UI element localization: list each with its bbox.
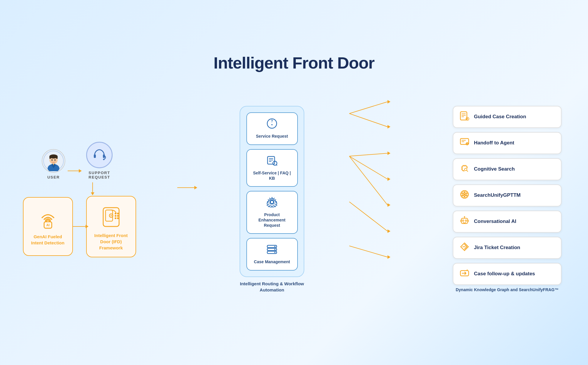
svg-point-24 bbox=[111, 215, 112, 216]
svg-rect-10 bbox=[94, 154, 96, 158]
user-avatar bbox=[42, 149, 65, 173]
routing-card-product-enhancement[interactable]: Product Enhancement Request bbox=[246, 191, 298, 234]
case-management-label: Case Management bbox=[254, 259, 290, 264]
routing-label: Intelligent Routing & Workflow Automatio… bbox=[240, 281, 304, 293]
svg-point-95 bbox=[464, 216, 465, 217]
user-label: USER bbox=[47, 175, 60, 179]
svg-marker-54 bbox=[387, 229, 390, 233]
ifd-label: Intelligent Front Door (IFD) Framework bbox=[93, 232, 130, 251]
svg-marker-52 bbox=[387, 203, 390, 207]
svg-point-42 bbox=[274, 252, 275, 253]
right-card-cognitive-search[interactable]: Cognitive Search bbox=[453, 158, 562, 180]
case-followup-label: Case follow-up & updates bbox=[474, 271, 535, 277]
searchunify-gpt-label: SearchUnifyGPTTM bbox=[474, 192, 521, 199]
handoff-agent-icon bbox=[459, 137, 470, 149]
svg-point-7 bbox=[51, 159, 53, 161]
svg-rect-6 bbox=[56, 156, 58, 159]
searchunify-gpt-icon bbox=[459, 190, 470, 201]
svg-point-12 bbox=[103, 159, 105, 160]
case-followup-icon bbox=[459, 268, 470, 280]
connector-area bbox=[349, 87, 408, 312]
genai-label: GenAI Fueled Intent Detection bbox=[29, 234, 66, 246]
svg-marker-48 bbox=[387, 151, 390, 155]
right-card-case-followup[interactable]: Case follow-up & updates bbox=[453, 263, 562, 285]
right-card-searchunify-gpt[interactable]: SearchUnifyGPTTM bbox=[453, 184, 562, 206]
conversational-ai-icon bbox=[459, 216, 470, 227]
right-footer-label: Dynamic Knowledge Graph and SearchUnifyF… bbox=[456, 287, 559, 293]
svg-line-55 bbox=[349, 246, 387, 257]
svg-point-27 bbox=[271, 124, 273, 125]
guided-case-label: Guided Case Creation bbox=[474, 114, 526, 120]
self-service-label: Self-Service | FAQ | KB bbox=[251, 170, 293, 181]
svg-marker-50 bbox=[387, 177, 390, 181]
routing-card-service-request[interactable]: ? Service Request bbox=[246, 112, 298, 145]
svg-point-35 bbox=[270, 201, 273, 204]
svg-text:?: ? bbox=[271, 119, 273, 123]
cognitive-search-icon bbox=[459, 164, 470, 175]
product-enhancement-icon bbox=[267, 197, 277, 210]
right-card-conversational-ai[interactable]: Conversational AI bbox=[453, 211, 562, 233]
svg-point-22 bbox=[117, 217, 119, 219]
svg-line-45 bbox=[349, 114, 387, 127]
support-label: SUPPORT REQUEST bbox=[82, 171, 117, 179]
routing-wrapper: ? Service Request bbox=[240, 106, 304, 293]
genai-box: AI GenAI Fueled Intent Detection bbox=[23, 197, 73, 256]
svg-text:AI: AI bbox=[46, 223, 49, 227]
svg-rect-98 bbox=[460, 220, 461, 222]
page-title: Intelligent Front Door bbox=[26, 53, 562, 72]
svg-marker-46 bbox=[387, 125, 390, 129]
svg-point-97 bbox=[465, 220, 467, 221]
svg-line-53 bbox=[349, 202, 387, 231]
right-card-jira-ticket[interactable]: Jira Ticket Creation bbox=[453, 237, 562, 259]
ifd-to-routing-arrow bbox=[177, 187, 195, 188]
jira-ticket-icon bbox=[459, 242, 470, 254]
right-card-guided-case[interactable]: Guided Case Creation bbox=[453, 106, 562, 128]
cognitive-search-label: Cognitive Search bbox=[474, 166, 515, 172]
diagram: USER bbox=[26, 87, 562, 312]
routing-card-self-service[interactable]: Self-Service | FAQ | KB bbox=[246, 149, 298, 187]
svg-point-21 bbox=[115, 217, 116, 219]
support-block: SUPPORT REQUEST bbox=[82, 142, 117, 179]
down-arrow-1 bbox=[92, 182, 93, 193]
connector-svg bbox=[349, 87, 408, 311]
guided-case-icon bbox=[459, 111, 470, 123]
svg-line-33 bbox=[276, 165, 277, 166]
svg-point-92 bbox=[464, 194, 465, 195]
svg-point-19 bbox=[115, 215, 116, 217]
svg-point-20 bbox=[117, 215, 119, 217]
support-circle bbox=[86, 142, 113, 168]
service-request-icon: ? bbox=[267, 118, 277, 131]
svg-point-96 bbox=[462, 220, 464, 221]
svg-line-43 bbox=[349, 102, 387, 114]
service-request-label: Service Request bbox=[256, 134, 288, 139]
left-section: USER bbox=[26, 142, 132, 257]
main-container: Intelligent Front Door bbox=[15, 44, 573, 321]
jira-ticket-label: Jira Ticket Creation bbox=[474, 244, 520, 251]
ifd-box: Intelligent Front Door (IFD) Framework bbox=[86, 196, 136, 257]
svg-point-8 bbox=[54, 159, 56, 161]
svg-rect-5 bbox=[49, 156, 51, 159]
routing-card-case-management[interactable]: Case Management bbox=[246, 238, 298, 270]
right-cards-wrapper: Guided Case Creation Handoff to Agent bbox=[453, 106, 562, 285]
product-enhancement-label: Product Enhancement Request bbox=[251, 212, 293, 228]
user-block: USER bbox=[42, 149, 65, 179]
svg-point-41 bbox=[274, 249, 275, 250]
routing-container: ? Service Request bbox=[240, 106, 304, 277]
handoff-agent-label: Handoff to Agent bbox=[474, 140, 514, 146]
svg-line-47 bbox=[349, 153, 387, 156]
svg-rect-99 bbox=[468, 220, 469, 222]
self-service-icon bbox=[267, 155, 277, 168]
svg-marker-56 bbox=[387, 255, 390, 259]
genai-to-ifd-arrow bbox=[73, 226, 86, 227]
svg-point-40 bbox=[274, 246, 275, 247]
svg-line-51 bbox=[349, 156, 387, 205]
conversational-ai-label: Conversational AI bbox=[474, 218, 516, 225]
genai-ifd-row: AI GenAI Fueled Intent Detection bbox=[23, 196, 136, 257]
svg-marker-44 bbox=[387, 100, 390, 104]
case-management-icon bbox=[267, 244, 277, 257]
right-card-handoff-agent[interactable]: Handoff to Agent bbox=[453, 132, 562, 154]
svg-point-18 bbox=[117, 213, 119, 214]
user-to-support-arrow bbox=[68, 171, 79, 171]
right-section: Guided Case Creation Handoff to Agent bbox=[453, 106, 562, 293]
svg-line-49 bbox=[349, 156, 387, 179]
